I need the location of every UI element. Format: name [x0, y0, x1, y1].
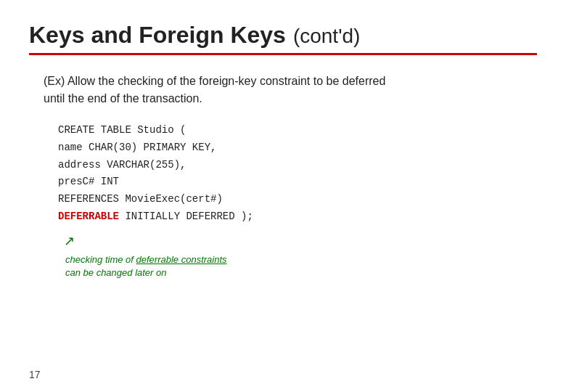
slide-title: Keys and Foreign Keys (cont'd) — [29, 22, 537, 49]
annotation-deferrable-link: deferrable constraints — [136, 254, 227, 265]
code-line-3: address VARCHAR(255), — [58, 157, 537, 174]
intro-line2: until the end of the transaction. — [44, 92, 202, 105]
code-line-4: presC# INT — [58, 173, 537, 191]
title-subtitle: (cont'd) — [293, 25, 361, 48]
slide: Keys and Foreign Keys (cont'd) (Ex) Allo… — [0, 0, 566, 392]
code-line-6: DEFERRABLE INITIALLY DEFERRED ); — [58, 208, 537, 226]
code-line-1: CREATE TABLE Studio ( — [58, 122, 537, 139]
title-main: Keys and Foreign Keys — [29, 22, 286, 49]
code-line-5: REFERENCES MovieExec(cert#) — [58, 191, 537, 208]
annotation-text: checking time of deferrable constraints … — [65, 253, 537, 279]
slide-number: 17 — [29, 369, 41, 380]
intro-line1: (Ex) Allow the checking of the foreign-k… — [44, 75, 385, 87]
annotation-line1-before: checking time of — [65, 254, 136, 265]
code-line-2: name CHAR(30) PRIMARY KEY, — [58, 139, 537, 157]
intro-paragraph: (Ex) Allow the checking of the foreign-k… — [44, 73, 537, 107]
code-line6-after: INITIALLY DEFERRED ); — [119, 211, 253, 222]
code-block: CREATE TABLE Studio ( name CHAR(30) PRIM… — [58, 122, 537, 226]
arrow-icon: ↗ — [64, 233, 75, 249]
header-divider — [29, 53, 537, 55]
slide-content: (Ex) Allow the checking of the foreign-k… — [29, 73, 537, 279]
code-deferrable-keyword: DEFERRABLE — [58, 211, 119, 222]
annotation-line2: can be changed later on — [65, 267, 167, 278]
